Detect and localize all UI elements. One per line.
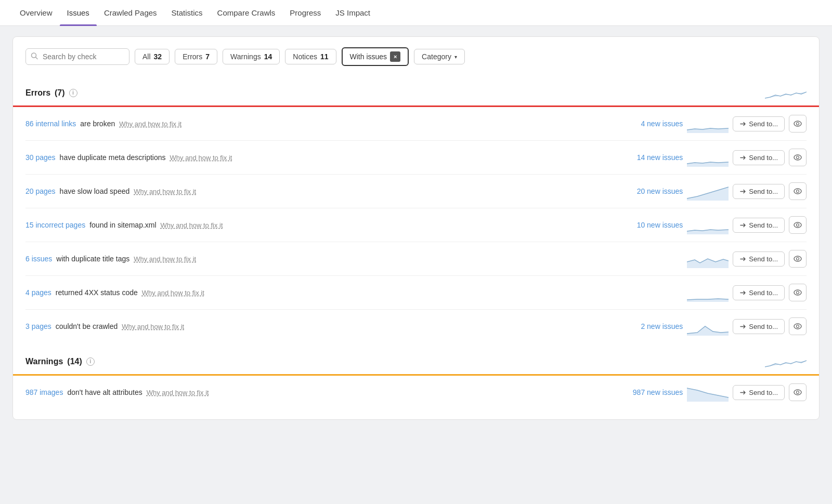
svg-point-13 bbox=[794, 222, 801, 228]
fix-it-link[interactable]: Why and how to fix it bbox=[161, 221, 223, 229]
issue-description: 20 pages have slow load speed Why and ho… bbox=[25, 187, 621, 195]
issue-rest-text: couldn't be crawled bbox=[56, 322, 118, 330]
send-icon bbox=[739, 222, 746, 229]
issue-link[interactable]: 6 issues bbox=[25, 255, 52, 263]
send-to-button[interactable]: Send to... bbox=[733, 150, 785, 165]
send-icon bbox=[739, 323, 746, 330]
issues-panel: All 32 Errors 7 Warnings 14 Notices 11 W… bbox=[12, 36, 820, 420]
issue-link[interactable]: 15 incorrect pages bbox=[25, 221, 85, 229]
svg-point-22 bbox=[794, 324, 801, 329]
send-to-button[interactable]: Send to... bbox=[733, 184, 785, 199]
new-issues-badge: 2 new issues bbox=[626, 322, 683, 330]
issue-description: 86 internal links are broken Why and how… bbox=[25, 120, 621, 128]
errors-header-chart bbox=[765, 84, 807, 102]
fix-it-link[interactable]: Why and how to fix it bbox=[147, 389, 209, 396]
warnings-section-header: Warnings (14) i bbox=[25, 347, 807, 374]
send-to-button[interactable]: Send to... bbox=[733, 251, 785, 267]
eye-icon bbox=[794, 121, 802, 127]
eye-button[interactable] bbox=[789, 216, 807, 234]
send-to-button[interactable]: Send to... bbox=[733, 385, 785, 400]
fix-it-link[interactable]: Why and how to fix it bbox=[122, 323, 184, 330]
nav-statistics[interactable]: Statistics bbox=[164, 0, 210, 26]
svg-point-10 bbox=[794, 189, 801, 194]
fix-it-link[interactable]: Why and how to fix it bbox=[134, 255, 196, 263]
fix-it-link[interactable]: Why and how to fix it bbox=[134, 188, 196, 195]
filter-notices-button[interactable]: Notices 11 bbox=[285, 49, 336, 64]
eye-button[interactable] bbox=[789, 250, 807, 268]
fix-it-link[interactable]: Why and how to fix it bbox=[142, 289, 204, 297]
sparkline-chart bbox=[687, 249, 729, 268]
issue-description: 15 incorrect pages found in sitemap.xml … bbox=[25, 221, 621, 229]
issue-description: 6 issues with duplicate title tags Why a… bbox=[25, 255, 621, 263]
nav-js-impact[interactable]: JS Impact bbox=[328, 0, 378, 26]
issue-link[interactable]: 86 internal links bbox=[25, 120, 76, 128]
svg-marker-24 bbox=[765, 361, 807, 367]
issue-link[interactable]: 4 pages bbox=[25, 288, 51, 297]
svg-line-1 bbox=[36, 57, 38, 59]
table-row: 3 pages couldn't be crawled Why and how … bbox=[25, 310, 807, 343]
errors-list: 86 internal links are broken Why and how… bbox=[25, 107, 807, 343]
filter-errors-button[interactable]: Errors 7 bbox=[175, 49, 217, 64]
nav-progress[interactable]: Progress bbox=[282, 0, 328, 26]
table-row: 6 issues with duplicate title tags Why a… bbox=[25, 242, 807, 276]
issue-rest-text: are broken bbox=[80, 120, 115, 128]
search-wrap bbox=[25, 48, 129, 65]
new-issues-badge: 14 new issues bbox=[626, 153, 683, 162]
filter-with-issues-button[interactable]: With issues × bbox=[342, 47, 409, 66]
new-issues-badge: 4 new issues bbox=[626, 120, 683, 128]
svg-point-17 bbox=[797, 258, 799, 260]
filter-warnings-button[interactable]: Warnings 14 bbox=[223, 49, 280, 64]
send-to-button[interactable]: Send to... bbox=[733, 218, 785, 233]
issue-description: 4 pages returned 4XX status code Why and… bbox=[25, 288, 621, 297]
svg-point-4 bbox=[794, 121, 801, 126]
svg-marker-25 bbox=[687, 388, 729, 402]
eye-icon bbox=[794, 323, 802, 329]
send-icon bbox=[739, 121, 746, 127]
eye-icon bbox=[794, 188, 802, 194]
issue-link[interactable]: 30 pages bbox=[25, 153, 56, 162]
sparkline-chart bbox=[687, 182, 729, 201]
issue-link[interactable]: 987 images bbox=[25, 388, 63, 396]
svg-point-23 bbox=[797, 325, 799, 328]
issue-link[interactable]: 20 pages bbox=[25, 187, 56, 195]
filters-row: All 32 Errors 7 Warnings 14 Notices 11 W… bbox=[25, 47, 807, 66]
send-to-button[interactable]: Send to... bbox=[733, 319, 785, 334]
table-row: 987 images don't have alt attributes Why… bbox=[25, 376, 807, 409]
nav-issues[interactable]: Issues bbox=[60, 0, 97, 26]
warnings-list: 987 images don't have alt attributes Why… bbox=[25, 376, 807, 409]
send-icon bbox=[739, 289, 746, 296]
nav-crawled-pages[interactable]: Crawled Pages bbox=[97, 0, 164, 26]
table-row: 20 pages have slow load speed Why and ho… bbox=[25, 175, 807, 208]
issue-rest-text: have slow load speed bbox=[60, 187, 130, 195]
category-dropdown-button[interactable]: Category ▾ bbox=[414, 49, 465, 64]
eye-button[interactable] bbox=[789, 383, 807, 401]
eye-button[interactable] bbox=[789, 182, 807, 200]
warnings-info-icon[interactable]: i bbox=[86, 357, 95, 366]
nav-overview[interactable]: Overview bbox=[12, 0, 60, 26]
send-to-button[interactable]: Send to... bbox=[733, 116, 785, 131]
filter-all-button[interactable]: All 32 bbox=[135, 49, 170, 64]
issue-description: 3 pages couldn't be crawled Why and how … bbox=[25, 322, 621, 330]
fix-it-link[interactable]: Why and how to fix it bbox=[119, 120, 181, 128]
errors-info-icon[interactable]: i bbox=[69, 89, 77, 97]
eye-icon bbox=[794, 289, 802, 296]
table-row: 30 pages have duplicate meta description… bbox=[25, 141, 807, 175]
eye-button[interactable] bbox=[789, 317, 807, 335]
eye-icon bbox=[794, 389, 802, 395]
eye-button[interactable] bbox=[789, 149, 807, 166]
nav-compare-crawls[interactable]: Compare Crawls bbox=[210, 0, 283, 26]
eye-button[interactable] bbox=[789, 115, 807, 132]
with-issues-close[interactable]: × bbox=[390, 51, 400, 62]
svg-point-14 bbox=[797, 224, 799, 227]
send-to-button[interactable]: Send to... bbox=[733, 285, 785, 300]
new-issues-badge: 20 new issues bbox=[626, 187, 683, 195]
sparkline-chart bbox=[687, 216, 729, 234]
errors-title: Errors (7) i bbox=[25, 88, 77, 98]
main-content: All 32 Errors 7 Warnings 14 Notices 11 W… bbox=[0, 26, 832, 430]
eye-icon bbox=[794, 222, 802, 228]
eye-button[interactable] bbox=[789, 284, 807, 301]
fix-it-link[interactable]: Why and how to fix it bbox=[170, 154, 232, 162]
svg-point-26 bbox=[794, 390, 801, 395]
search-input[interactable] bbox=[25, 48, 129, 65]
issue-link[interactable]: 3 pages bbox=[25, 322, 51, 330]
